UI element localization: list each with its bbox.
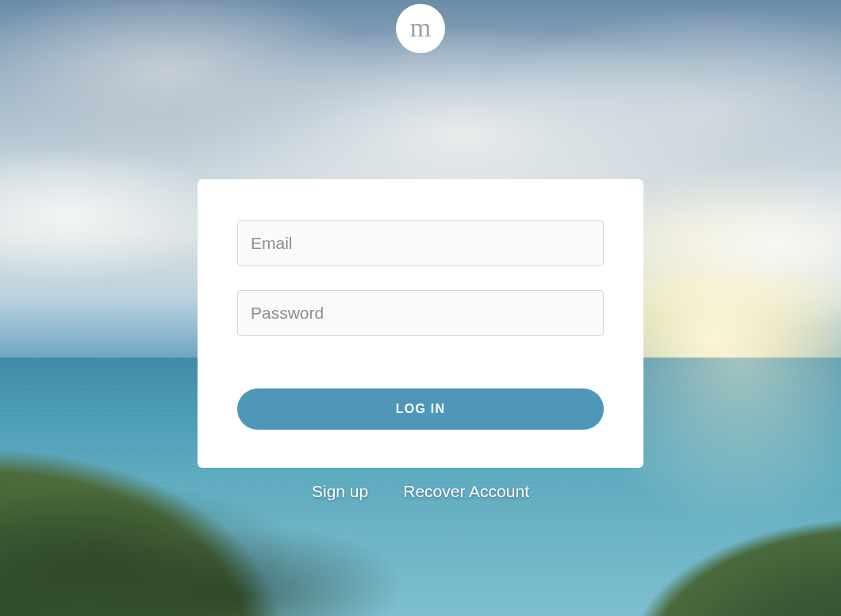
auth-links: Sign up Recover Account [312, 482, 529, 501]
login-card: LOG IN [198, 179, 643, 468]
brand-logo: m [396, 4, 445, 53]
login-button[interactable]: LOG IN [237, 388, 604, 430]
brand-logo-letter: m [410, 14, 431, 41]
email-field[interactable] [237, 220, 604, 266]
recover-account-link[interactable]: Recover Account [403, 482, 529, 501]
signup-link[interactable]: Sign up [312, 482, 368, 501]
password-field[interactable] [237, 290, 604, 336]
